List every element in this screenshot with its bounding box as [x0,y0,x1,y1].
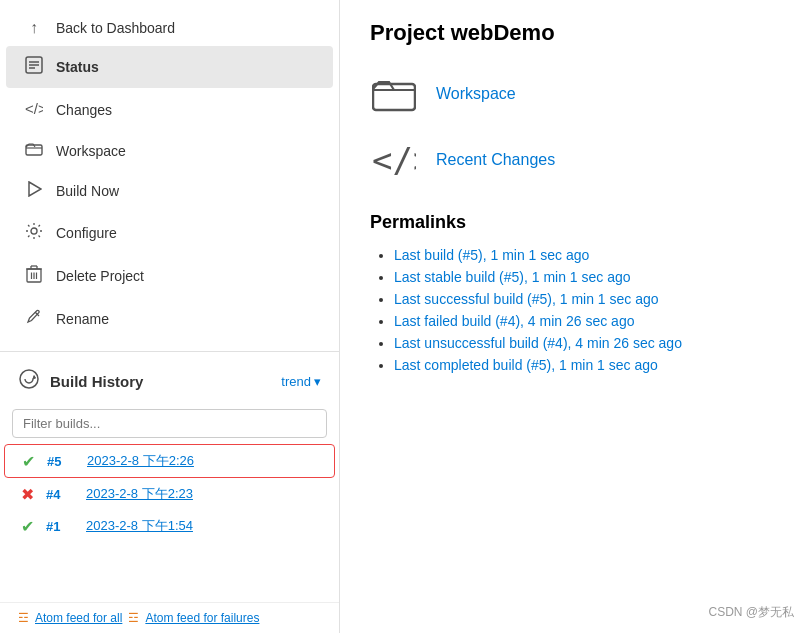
rss-icon-failures: ☲ [128,611,139,625]
rss-icon-all: ☲ [18,611,29,625]
back-to-dashboard[interactable]: ↑ Back to Dashboard [6,11,333,45]
workspace-icon [24,142,44,160]
status-icon [24,56,44,78]
list-item: Last failed build (#4), 4 min 26 sec ago [394,313,776,329]
sidebar-item-status[interactable]: Status [6,46,333,88]
sidebar-item-configure-label: Configure [56,225,117,241]
code-icon: </> [370,136,418,184]
permalink-link-5[interactable]: Last unsuccessful build (#4), 4 min 26 s… [394,335,682,351]
build-num-4: #4 [46,487,76,502]
sidebar-item-workspace-label: Workspace [56,143,126,159]
build-date-4: 2023-2-8 下午2:23 [86,485,193,503]
build-date-5: 2023-2-8 下午2:26 [87,452,194,470]
svg-rect-18 [373,84,415,110]
list-item: Last build (#5), 1 min 1 sec ago [394,247,776,263]
permalink-link-6[interactable]: Last completed build (#5), 1 min 1 sec a… [394,357,658,373]
project-title: Project webDemo [370,20,776,46]
permalink-link-1[interactable]: Last build (#5), 1 min 1 sec ago [394,247,589,263]
build-history-icon [18,368,40,395]
main-recent-changes-link[interactable]: </> Recent Changes [370,136,776,184]
main-workspace-link[interactable]: Workspace [370,70,776,118]
permalink-link-3[interactable]: Last successful build (#5), 1 min 1 sec … [394,291,659,307]
sidebar-item-configure[interactable]: Configure [6,212,333,254]
build-history-section: Build History trend ▾ ✔ #5 2023-2-8 下午2:… [0,351,339,633]
configure-icon [24,222,44,244]
permalinks-title: Permalinks [370,212,776,233]
filter-input-wrap [0,403,339,444]
sidebar-item-rename[interactable]: Rename [6,298,333,340]
sidebar-nav: ↑ Back to Dashboard Status </> C [0,10,339,341]
build-history-header: Build History trend ▾ [0,360,339,403]
sidebar-item-build-now-label: Build Now [56,183,119,199]
permalinks-section: Permalinks Last build (#5), 1 min 1 sec … [370,212,776,373]
build-num-1: #1 [46,519,76,534]
back-label: Back to Dashboard [56,20,175,36]
build-status-success-icon-1: ✔ [18,517,36,535]
build-list: ✔ #5 2023-2-8 下午2:26 ✖ #4 2023-2-8 下午2:2… [0,444,339,602]
svg-text:</>: </> [372,142,416,178]
build-date-1: 2023-2-8 下午1:54 [86,517,193,535]
list-item: Last completed build (#5), 1 min 1 sec a… [394,357,776,373]
svg-marker-6 [29,182,41,196]
main-nav-links: Workspace </> Recent Changes [370,70,776,184]
workspace-link-label: Workspace [436,85,516,103]
build-history-title: Build History [50,373,271,390]
rename-icon [24,308,44,330]
chevron-down-icon: ▾ [314,374,321,389]
sidebar-item-delete-project-label: Delete Project [56,268,144,284]
folder-icon [370,70,418,118]
sidebar-item-workspace[interactable]: Workspace [6,132,333,170]
svg-point-7 [31,228,37,234]
watermark: CSDN @梦无私 [708,604,794,621]
permalink-link-2[interactable]: Last stable build (#5), 1 min 1 sec ago [394,269,631,285]
sidebar-item-delete-project[interactable]: Delete Project [6,255,333,297]
list-item: Last unsuccessful build (#4), 4 min 26 s… [394,335,776,351]
arrow-up-icon: ↑ [24,19,44,37]
sidebar-item-status-label: Status [56,59,99,75]
build-footer: ☲ Atom feed for all ☲ Atom feed for fail… [0,602,339,633]
build-history-trend[interactable]: trend ▾ [281,374,321,389]
list-item: Last successful build (#5), 1 min 1 sec … [394,291,776,307]
svg-point-17 [20,370,38,388]
sidebar-item-changes-label: Changes [56,102,112,118]
build-item-1[interactable]: ✔ #1 2023-2-8 下午1:54 [0,510,339,542]
main-content: Project webDemo Workspace </> Recent Cha… [340,0,806,633]
atom-feed-all[interactable]: Atom feed for all [35,611,122,625]
permalinks-list: Last build (#5), 1 min 1 sec ago Last st… [370,247,776,373]
sidebar-item-rename-label: Rename [56,311,109,327]
build-num-5: #5 [47,454,77,469]
build-item-5[interactable]: ✔ #5 2023-2-8 下午2:26 [4,444,335,478]
atom-feed-failures[interactable]: Atom feed for failures [145,611,259,625]
filter-builds-input[interactable] [12,409,327,438]
trend-label: trend [281,374,311,389]
sidebar-item-changes[interactable]: </> Changes [6,89,333,131]
delete-icon [24,265,44,287]
build-status-failed-icon: ✖ [18,485,36,503]
list-item: Last stable build (#5), 1 min 1 sec ago [394,269,776,285]
svg-text:</>: </> [25,100,43,117]
permalink-link-4[interactable]: Last failed build (#4), 4 min 26 sec ago [394,313,634,329]
build-status-success-icon: ✔ [19,452,37,470]
build-item-4[interactable]: ✖ #4 2023-2-8 下午2:23 [0,478,339,510]
changes-icon: </> [24,99,44,121]
sidebar: ↑ Back to Dashboard Status </> C [0,0,340,633]
build-now-icon [24,181,44,201]
sidebar-item-build-now[interactable]: Build Now [6,171,333,211]
recent-changes-link-label: Recent Changes [436,151,555,169]
